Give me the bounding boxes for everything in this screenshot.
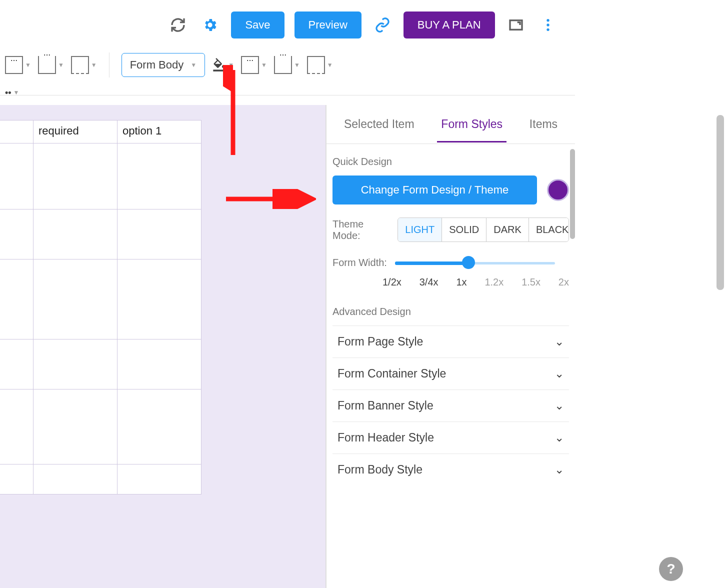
- theme-color-swatch[interactable]: [547, 179, 569, 201]
- tab-form-styles[interactable]: Form Styles: [437, 106, 506, 142]
- svg-point-1: [546, 19, 549, 22]
- content-area: required option 1 choice wer choice: [0, 105, 726, 588]
- quick-design-label: Quick Design: [332, 156, 569, 168]
- grid-cell[interactable]: [118, 340, 202, 390]
- grid-header-required: required: [34, 120, 118, 144]
- grid-cell[interactable]: [34, 260, 118, 340]
- side-panel: Selected Item Form Styles Items Quick De…: [326, 105, 575, 588]
- chevron-down-icon: ⌄: [554, 335, 564, 348]
- theme-mode-segmented: LIGHT SOLID DARK BLACK: [398, 218, 569, 242]
- link-icon[interactable]: [372, 14, 394, 36]
- grid-cell[interactable]: [118, 210, 202, 260]
- grid-header-option1: option 1: [118, 120, 202, 144]
- grid-cell[interactable]: [34, 464, 118, 494]
- buy-plan-button[interactable]: BUY A PLAN: [404, 12, 495, 38]
- adv-form-banner-style[interactable]: Form Banner Style⌄: [332, 390, 569, 422]
- more-icon[interactable]: [537, 14, 559, 36]
- grid-cell: wer: [0, 390, 34, 464]
- grid-cell[interactable]: [34, 210, 118, 260]
- tab-selected-item[interactable]: Selected Item: [340, 106, 418, 142]
- form-width-slider[interactable]: [395, 260, 555, 266]
- grid-cell: choice: [0, 144, 34, 210]
- annotation-arrow-right: [226, 189, 316, 209]
- mode-black[interactable]: BLACK: [529, 218, 569, 242]
- grid-cell[interactable]: [118, 144, 202, 210]
- adv-form-body-style[interactable]: Form Body Style⌄: [332, 454, 569, 486]
- border-tool-3[interactable]: ▼: [71, 56, 97, 74]
- grid-header-blank: [0, 120, 34, 144]
- toolbar-divider: [109, 52, 110, 78]
- form-width-ticks: 1/2x 3/4x 1x 1.2x 1.5x 2x: [332, 276, 569, 288]
- panel-tabs: Selected Item Form Styles Items: [326, 105, 575, 144]
- adv-form-container-style[interactable]: Form Container Style⌄: [332, 358, 569, 390]
- top-toolbar: Save Preview BUY A PLAN: [0, 0, 726, 50]
- grid-cell[interactable]: [34, 340, 118, 390]
- save-button[interactable]: Save: [231, 12, 284, 38]
- chevron-down-icon: ⌄: [554, 463, 564, 476]
- border-tool-2[interactable]: ▼: [38, 56, 64, 74]
- svg-point-3: [546, 28, 549, 31]
- grid-cell[interactable]: [118, 260, 202, 340]
- border-tool-4[interactable]: ▼: [241, 56, 267, 74]
- grid-cell[interactable]: [0, 464, 34, 494]
- adv-form-page-style[interactable]: Form Page Style⌄: [332, 326, 569, 358]
- panel-scrollbar[interactable]: [570, 149, 575, 239]
- chevron-down-icon: ⌄: [554, 367, 564, 380]
- fullscreen-icon[interactable]: [505, 14, 527, 36]
- adv-form-header-style[interactable]: Form Header Style⌄: [332, 422, 569, 454]
- element-selector-value: Form Body: [130, 58, 184, 72]
- canvas: required option 1 choice wer choice: [0, 105, 326, 588]
- content-top-border: [0, 95, 575, 96]
- border-tool-6[interactable]: ▼: [307, 56, 333, 74]
- border-tool-5[interactable]: ▼: [274, 56, 300, 74]
- help-button[interactable]: ?: [659, 557, 683, 581]
- grid-cell[interactable]: [34, 390, 118, 464]
- tab-items[interactable]: Items: [526, 106, 562, 142]
- grid-cell: wer: [0, 210, 34, 260]
- border-tool-1[interactable]: ▼: [5, 56, 31, 74]
- grid-cell: choice: [0, 260, 34, 340]
- preview-button[interactable]: Preview: [294, 12, 362, 38]
- mode-solid[interactable]: SOLID: [442, 218, 486, 242]
- grid-cell[interactable]: [118, 464, 202, 494]
- panel-body: Quick Design Change Form Design / Theme …: [326, 144, 575, 588]
- mode-dark[interactable]: DARK: [486, 218, 529, 242]
- more-formats[interactable]: ••▼: [5, 88, 20, 98]
- element-selector[interactable]: Form Body ▼: [122, 53, 205, 77]
- chevron-down-icon: ⌄: [554, 431, 564, 444]
- svg-point-2: [546, 24, 549, 26]
- theme-mode-label: Theme Mode:: [332, 218, 392, 242]
- settings-icon[interactable]: [199, 14, 221, 36]
- annotation-arrow-down: [223, 65, 243, 155]
- advanced-design-label: Advanced Design: [332, 306, 569, 318]
- mode-light[interactable]: LIGHT: [398, 218, 442, 242]
- sync-icon[interactable]: [167, 14, 189, 36]
- data-grid[interactable]: required option 1 choice wer choice: [0, 120, 202, 494]
- grid-cell: choice: [0, 340, 34, 390]
- sub-toolbar: ••▼: [0, 80, 726, 105]
- change-theme-button[interactable]: Change Form Design / Theme: [332, 176, 537, 204]
- chevron-down-icon: ⌄: [554, 399, 564, 412]
- format-toolbar: ▼ ▼ ▼ Form Body ▼ ▼ ▼ ▼ ▼: [0, 50, 726, 80]
- grid-cell[interactable]: [34, 144, 118, 210]
- grid-cell[interactable]: [118, 390, 202, 464]
- page-scrollbar[interactable]: [716, 115, 724, 290]
- form-width-label: Form Width:: [332, 257, 387, 268]
